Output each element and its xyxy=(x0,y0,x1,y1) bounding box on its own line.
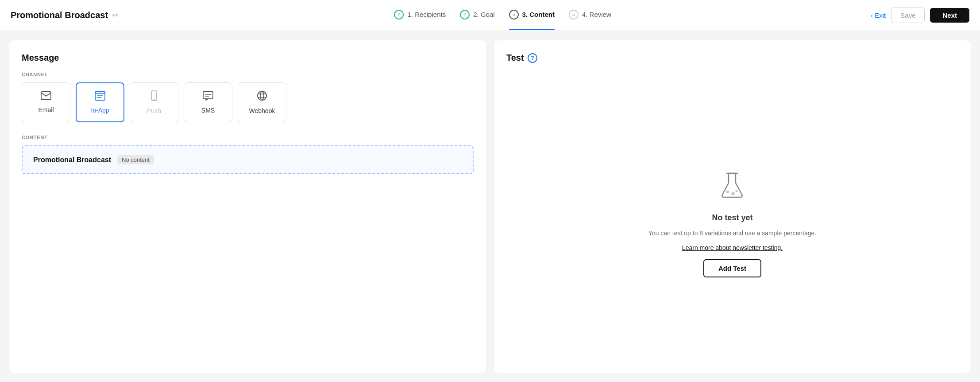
channel-email[interactable]: Email xyxy=(22,82,70,122)
channel-webhook[interactable]: Webhook xyxy=(238,82,286,122)
svg-point-17 xyxy=(736,190,738,192)
content-item[interactable]: Promotional Broadcast No content xyxy=(22,145,474,174)
no-content-badge: No content xyxy=(117,155,154,164)
inapp-icon xyxy=(95,91,105,103)
step-content[interactable]: ○ 3. Content xyxy=(509,10,555,21)
main-content: Message CHANNEL Email xyxy=(0,31,980,382)
step-label-goal: 2. Goal xyxy=(473,11,494,18)
svg-point-10 xyxy=(258,91,266,100)
test-title: Test xyxy=(506,53,524,63)
email-icon xyxy=(41,91,51,103)
test-empty-state: No test yet You can test up to 8 variati… xyxy=(648,90,816,360)
channel-label: CHANNEL xyxy=(22,72,474,77)
push-icon xyxy=(151,90,157,104)
steps-nav: ✓ 1. Recipients ✓ 2. Goal ○ 3. Content ○… xyxy=(135,10,871,21)
page-title: Promotional Broadcast xyxy=(11,10,108,20)
channel-inapp[interactable]: In-App xyxy=(76,82,124,122)
svg-point-6 xyxy=(154,99,154,100)
test-header: Test ? xyxy=(506,53,958,63)
back-arrow-icon: ‹ xyxy=(871,12,873,19)
exit-button[interactable]: ‹ Exit xyxy=(871,12,886,19)
step-label-content: 3. Content xyxy=(522,11,555,18)
step-check-goal: ✓ xyxy=(460,10,470,19)
channel-email-label: Email xyxy=(38,106,54,113)
content-label: CONTENT xyxy=(22,135,474,140)
left-panel: Message CHANNEL Email xyxy=(9,40,486,373)
channel-grid: Email In-App xyxy=(22,82,474,122)
sms-icon xyxy=(203,91,213,103)
step-label-recipients: 1. Recipients xyxy=(407,11,446,18)
header-title-section: Promotional Broadcast ✏ xyxy=(11,10,135,20)
channel-push: Push xyxy=(130,82,178,122)
webhook-icon xyxy=(257,90,267,104)
flask-icon xyxy=(721,172,744,204)
help-icon[interactable]: ? xyxy=(528,53,537,63)
svg-point-16 xyxy=(731,192,735,195)
step-check-review: ○ xyxy=(569,10,579,19)
svg-point-11 xyxy=(260,91,264,100)
learn-more-link[interactable]: Learn more about newsletter testing. xyxy=(682,244,783,251)
app-header: Promotional Broadcast ✏ ✓ 1. Recipients … xyxy=(0,0,980,31)
channel-sms[interactable]: SMS xyxy=(184,82,232,122)
edit-icon[interactable]: ✏ xyxy=(112,11,118,19)
channel-sms-label: SMS xyxy=(201,107,215,114)
right-panel: Test ? No test yet You can test up to 8 … xyxy=(494,40,971,373)
no-test-title: No test yet xyxy=(712,213,752,222)
channel-inapp-label: In-App xyxy=(91,107,109,114)
save-button[interactable]: Save xyxy=(891,8,925,23)
message-title: Message xyxy=(22,53,474,63)
svg-rect-7 xyxy=(203,91,213,99)
no-test-desc: You can test up to 8 variations and use … xyxy=(648,229,816,238)
step-label-review: 4. Review xyxy=(582,11,611,18)
step-check-content: ○ xyxy=(509,10,519,19)
svg-point-15 xyxy=(726,191,729,193)
channel-webhook-label: Webhook xyxy=(249,107,275,114)
next-button[interactable]: Next xyxy=(930,8,969,23)
header-actions: ‹ Exit Save Next xyxy=(871,8,969,23)
exit-label: Exit xyxy=(875,12,886,19)
content-item-title: Promotional Broadcast xyxy=(33,156,111,164)
add-test-button[interactable]: Add Test xyxy=(703,259,761,277)
step-recipients[interactable]: ✓ 1. Recipients xyxy=(394,10,446,21)
step-goal[interactable]: ✓ 2. Goal xyxy=(460,10,494,21)
step-review[interactable]: ○ 4. Review xyxy=(569,10,611,21)
step-check-recipients: ✓ xyxy=(394,10,404,19)
channel-push-label: Push xyxy=(147,107,161,114)
